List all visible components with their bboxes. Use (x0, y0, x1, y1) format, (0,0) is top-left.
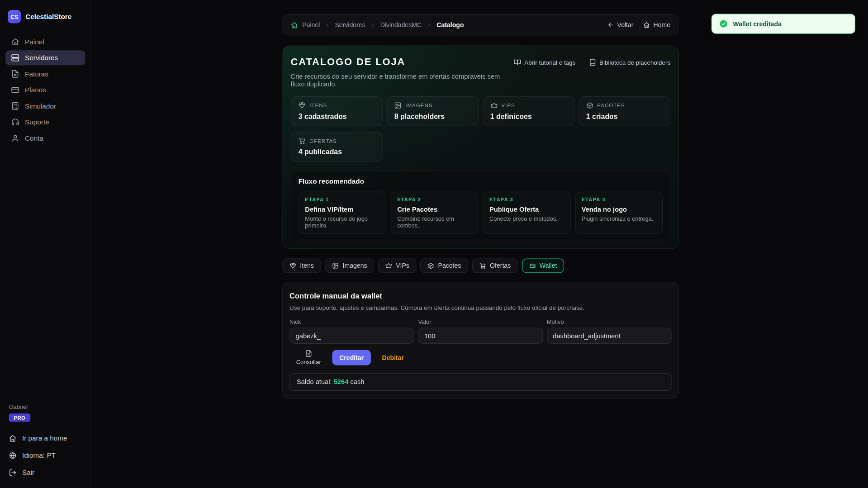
home-icon (9, 435, 17, 442)
flow-step-3: ETAPA 3 Publique Oferta Conecte preco e … (483, 191, 570, 234)
stat-label: ITENS (309, 102, 327, 108)
breadcrumb-server-name[interactable]: DivindadesMC (380, 22, 422, 28)
step-title: Venda no jogo (582, 205, 656, 213)
step-title: Crie Pacotes (397, 205, 472, 213)
open-tutorial-button[interactable]: Abrir tutorial e tags (514, 59, 575, 66)
sidebar-item-label: Suporte (25, 118, 49, 126)
motivo-input[interactable] (547, 328, 672, 344)
tab-imagens[interactable]: Imagens (325, 259, 374, 273)
sidebar-item-label: Painel (25, 38, 44, 46)
main-content: Painel Servidores DivindadesMC Catalogo … (282, 0, 678, 398)
step-title: Publique Oferta (489, 205, 564, 213)
stat-value: 1 criados (586, 112, 663, 120)
sidebar-item-planos[interactable]: Planos (5, 82, 85, 97)
open-tutorial-label: Abrir tutorial e tags (524, 59, 575, 66)
step-tag: ETAPA 4 (582, 197, 656, 203)
stat-label: IMAGENS (405, 102, 432, 108)
language-label: Idioma: PT (22, 452, 56, 460)
tab-wallet[interactable]: Wallet (522, 259, 564, 273)
pro-badge: PRO (9, 413, 31, 422)
step-title: Defina VIP/Item (305, 205, 379, 213)
sidebar-item-label: Planos (25, 86, 46, 94)
image-icon (332, 262, 339, 269)
stats-grid: ITENS 3 cadastrados IMAGENS 8 placeholde… (291, 96, 671, 161)
step-desc: Plugin sincroniza e entrega. (582, 215, 656, 222)
balance-amount: 5264 (334, 378, 349, 386)
stat-value: 1 definicoes (490, 112, 567, 120)
sidebar-item-label: Simulador (25, 102, 56, 110)
wallet-subtitle: Use para suporte, ajustes e campanhas. C… (289, 304, 671, 311)
username: Gabriel (9, 403, 82, 410)
back-label: Voltar (617, 22, 634, 28)
tab-itens[interactable]: Itens (282, 259, 321, 273)
back-button[interactable]: Voltar (607, 22, 633, 28)
flow-step-4: ETAPA 4 Venda no jogo Plugin sincroniza … (575, 191, 663, 234)
stat-value: 8 placeholders (394, 112, 471, 120)
consultar-button[interactable]: Consultar (296, 350, 321, 365)
sidebar-item-label: Faturas (25, 70, 48, 78)
sidebar-nav: Painel Servidores Faturas Planos Simulad… (5, 34, 85, 146)
cart-icon (479, 262, 486, 269)
sidebar-item-painel[interactable]: Painel (5, 34, 85, 49)
recommended-flow-panel: Fluxo recomendado ETAPA 1 Defina VIP/Ite… (291, 171, 671, 242)
debitar-button[interactable]: Debitar (382, 354, 404, 361)
balance-suffix: cash (350, 378, 364, 386)
cart-icon (299, 137, 306, 145)
toast-message: Wallet creditada (733, 20, 781, 27)
breadcrumb-painel[interactable]: Painel (302, 22, 320, 28)
nick-field-group: Nick (289, 318, 414, 344)
balance-result: Saldo atual: 5264 cash (289, 373, 671, 391)
chevron-right-icon (370, 22, 375, 28)
user-icon (11, 134, 19, 142)
logout-link[interactable]: Sair (9, 466, 82, 479)
stat-label: VIPS (501, 102, 515, 108)
tab-label: Ofertas (490, 262, 511, 269)
invoice-icon (11, 70, 19, 78)
tab-label: VIPs (396, 262, 409, 269)
breadcrumb: Painel Servidores DivindadesMC Catalogo … (282, 14, 678, 36)
tab-label: Itens (300, 262, 314, 269)
stat-value: 3 cadastrados (299, 112, 375, 120)
language-link[interactable]: Idioma: PT (9, 449, 82, 462)
stat-ofertas: OFERTAS 4 publicadas (291, 132, 383, 161)
stat-itens: ITENS 3 cadastrados (291, 96, 383, 126)
go-home-link[interactable]: Ir para a home (9, 432, 82, 445)
home-button[interactable]: Home (644, 22, 671, 28)
home-icon (644, 22, 650, 28)
step-desc: Conecte preco e metodos. (489, 215, 564, 222)
tab-ofertas[interactable]: Ofertas (472, 259, 518, 273)
tab-vips[interactable]: VIPs (378, 259, 417, 273)
breadcrumb-servidores[interactable]: Servidores (335, 22, 365, 28)
sidebar-footer: Gabriel PRO Ir para a home Idioma: PT Sa… (5, 403, 85, 479)
sidebar-item-simulador[interactable]: Simulador (5, 99, 85, 114)
logout-label: Sair (22, 469, 34, 477)
crown-icon (385, 262, 392, 269)
go-home-label: Ir para a home (22, 435, 67, 442)
valor-input[interactable] (418, 328, 543, 344)
chevron-right-icon (324, 22, 330, 28)
arrow-left-icon (607, 22, 614, 28)
tab-pacotes[interactable]: Pacotes (420, 259, 468, 273)
placeholder-library-button[interactable]: Biblioteca de placeholders (589, 59, 670, 66)
sidebar-item-servidores[interactable]: Servidores (5, 50, 85, 65)
step-desc: Monte o recurso do jogo primeiro. (305, 215, 379, 228)
book-icon (589, 59, 596, 66)
app-logo[interactable]: CS CelestialStore (5, 9, 85, 34)
wallet-control-card: Controle manual da wallet Use para supor… (282, 282, 678, 398)
motivo-label: Motivo (547, 318, 672, 325)
breadcrumb-current: Catalogo (436, 22, 464, 28)
wallet-title: Controle manual da wallet (289, 292, 671, 300)
step-tag: ETAPA 2 (397, 197, 472, 203)
toast-notification: Wallet creditada (711, 14, 855, 34)
tab-label: Wallet (540, 262, 557, 269)
sidebar: CS CelestialStore Painel Servidores Fatu… (0, 0, 91, 488)
sidebar-item-conta[interactable]: Conta (5, 131, 85, 146)
balance-prefix: Saldo atual: (297, 378, 332, 386)
sidebar-item-suporte[interactable]: Suporte (5, 114, 85, 129)
creditar-button[interactable]: Creditar (332, 350, 371, 365)
sidebar-item-faturas[interactable]: Faturas (5, 66, 85, 81)
motivo-field-group: Motivo (547, 318, 672, 344)
nick-input[interactable] (289, 328, 414, 344)
valor-label: Valor (418, 318, 543, 325)
stat-label: PACOTES (597, 102, 625, 108)
